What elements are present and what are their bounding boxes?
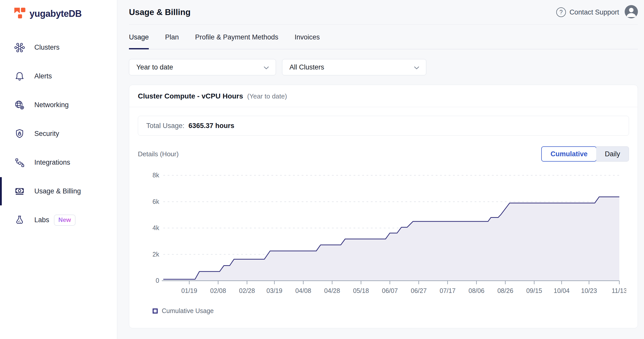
sidebar-item-security[interactable]: Security [0,119,117,148]
x-axis-tick-label: 04/28 [324,287,340,294]
cluster-select[interactable]: All Clusters [282,59,426,75]
details-label: Details (Hour) [138,150,179,158]
usage-card-subtitle: (Year to date) [247,92,287,100]
sidebar: yugabyteDB Clusters [0,0,117,339]
total-usage-box: Total Usage: 6365.37 hours [138,116,629,136]
flask-icon [14,215,25,226]
app-window: yugabyteDB Clusters [0,0,644,339]
chevron-down-icon [264,63,269,71]
time-range-select[interactable]: Year to date [129,59,276,75]
tab-plan[interactable]: Plan [165,26,179,49]
chart-svg: 02k4k6k8k01/1902/0802/2803/1904/0804/280… [138,166,626,299]
sidebar-item-label: Networking [34,101,69,109]
cumulative-toggle-button[interactable]: Cumulative [541,146,597,162]
bell-icon [14,71,25,82]
tab-usage[interactable]: Usage [129,26,149,49]
brand-name: yugabyteDB [30,8,82,19]
main-content: Usage & Billing ? Contact Support [117,0,644,339]
filter-row: Year to date All Clusters [129,59,638,75]
integrations-icon [14,157,25,168]
usage-card-title: Cluster Compute - vCPU Hours [138,92,243,100]
y-axis-tick-label: 6k [153,198,159,205]
x-axis-tick-label: 06/07 [382,287,398,294]
usage-chart[interactable]: 02k4k6k8k01/1902/0802/2803/1904/0804/280… [138,166,629,315]
x-axis-tick-label: 08/26 [497,287,513,294]
tab-invoices[interactable]: Invoices [295,26,320,49]
x-axis-tick-label: 02/28 [239,287,255,294]
legend-swatch-icon [153,308,158,314]
x-axis-tick-label: 09/15 [526,287,542,294]
brand-logo[interactable]: yugabyteDB [0,0,117,21]
x-axis-tick-label: 07/17 [440,287,456,294]
x-axis-tick-label: 11/13 [612,287,626,294]
x-axis-tick-label: 02/08 [210,287,226,294]
sidebar-item-label: Labs [34,216,49,224]
total-usage-label: Total Usage: [146,122,184,130]
chevron-down-icon [414,63,419,71]
billing-tabs: Usage Plan Profile & Payment Methods Inv… [129,26,638,49]
y-axis-tick-label: 2k [153,251,159,258]
chart-legend[interactable]: Cumulative Usage [153,307,629,315]
sidebar-item-integrations[interactable]: Integrations [0,148,117,177]
sidebar-item-label: Clusters [34,44,60,51]
yugabyte-logo-icon [13,7,26,21]
sidebar-item-label: Security [34,130,59,138]
details-row: Details (Hour) Cumulative Daily [138,146,629,162]
x-axis-tick-label: 05/18 [353,287,369,294]
user-avatar[interactable] [625,5,638,19]
page-title: Usage & Billing [129,7,191,17]
usage-card: Cluster Compute - vCPU Hours (Year to da… [129,85,638,328]
x-axis-tick-label: 03/19 [267,287,283,294]
y-axis-tick-label: 0 [156,277,159,284]
banknote-icon [14,186,25,197]
contact-support-label: Contact Support [569,8,619,16]
sidebar-nav: Clusters Alerts [0,33,117,234]
x-axis-tick-label: 01/19 [181,287,197,294]
y-axis-tick-label: 8k [153,172,159,179]
tab-profile-payment[interactable]: Profile & Payment Methods [195,26,278,49]
time-range-value: Year to date [136,63,173,71]
total-usage-value: 6365.37 hours [188,122,234,130]
help-icon: ? [556,7,566,17]
sidebar-item-label: Alerts [34,72,52,80]
page-header: Usage & Billing ? Contact Support [129,0,638,24]
sidebar-item-label: Usage & Billing [34,187,81,195]
contact-support-button[interactable]: ? Contact Support [556,7,619,17]
sidebar-item-alerts[interactable]: Alerts [0,62,117,91]
sidebar-item-clusters[interactable]: Clusters [0,33,117,62]
cumulative-daily-toggle: Cumulative Daily [541,146,629,162]
sidebar-item-usage-billing[interactable]: Usage & Billing [0,177,117,206]
globe-gear-icon [14,100,25,111]
card-divider [129,107,638,107]
header-actions: ? Contact Support [556,5,638,19]
header-divider [129,24,638,25]
clusters-icon [14,42,25,53]
usage-card-header: Cluster Compute - vCPU Hours (Year to da… [129,85,638,107]
x-axis-tick-label: 10/04 [554,287,570,294]
sidebar-item-label: Integrations [34,159,70,166]
shield-lock-icon [14,128,25,139]
y-axis-tick-label: 4k [153,224,159,231]
x-axis-tick-label: 08/06 [469,287,485,294]
new-badge: New [54,215,76,226]
cluster-select-value: All Clusters [289,63,324,71]
x-axis-tick-label: 10/23 [581,287,597,294]
sidebar-item-networking[interactable]: Networking [0,91,117,119]
area-chart-canvas: 02k4k6k8k01/1902/0802/2803/1904/0804/280… [138,166,629,300]
x-axis-tick-label: 06/27 [411,287,427,294]
x-axis-tick-label: 04/08 [295,287,311,294]
sidebar-item-labs[interactable]: Labs New [0,206,117,234]
area-fill [163,197,619,281]
legend-label: Cumulative Usage [162,307,214,315]
daily-toggle-button[interactable]: Daily [596,146,629,162]
